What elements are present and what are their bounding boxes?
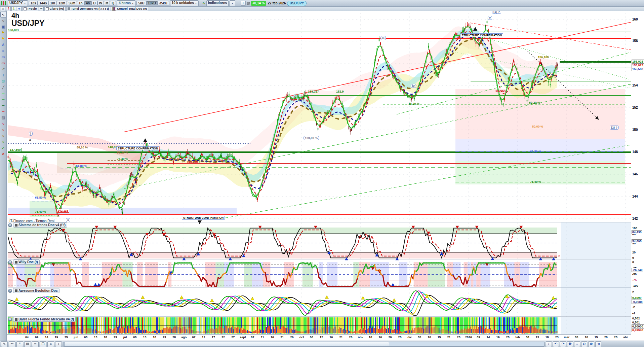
wave-label[interactable]: ii: [66, 218, 70, 222]
legend-item[interactable]: Precio: [22, 7, 38, 11]
timeframe-button-144s[interactable]: 144s: [38, 1, 48, 5]
multi-chart-icon[interactable]: ❏: [40, 341, 46, 347]
structure-confirmation-box[interactable]: STRUCTURE CONFIRMATION: [460, 33, 503, 37]
close-position-icon[interactable]: ⊗: [17, 7, 22, 11]
wave-label[interactable]: iv: [411, 84, 416, 88]
structure-confirmation-box[interactable]: STRUCTURE CONFIRMATION: [116, 146, 159, 150]
timeframe-button-12s[interactable]: 12s: [29, 1, 38, 5]
close-icon[interactable]: ✕: [8, 223, 12, 227]
sell-arrow-icon[interactable]: ↧: [6, 7, 11, 11]
text-tool-icon[interactable]: T: [0, 72, 6, 78]
indicators-caret-button[interactable]: ▼: [230, 0, 235, 6]
timeframe-button-D[interactable]: D: [91, 1, 97, 5]
ruler-tool-icon[interactable]: ▨: [0, 115, 6, 120]
timeframe-button-4h[interactable]: 4h: [84, 1, 92, 5]
wave-label[interactable]: 100,00 %: [304, 136, 319, 140]
wave-label[interactable]: iii: [380, 36, 386, 40]
collapse-icon[interactable]: «: [47, 341, 54, 347]
indicator-list-icon[interactable]: ≣: [32, 341, 39, 347]
close-icon[interactable]: ✕: [8, 260, 12, 264]
hline-light-green-tool-icon[interactable]: ─: [0, 91, 6, 96]
wave-label[interactable]: (2) ?: [610, 126, 619, 130]
redo-icon[interactable]: ↷: [560, 341, 566, 347]
symbol-dropdown[interactable]: USDJPY ▼: [8, 0, 28, 6]
volume-button-5kU[interactable]: 5kU: [136, 1, 146, 5]
hline-red-tool-icon[interactable]: ─: [0, 109, 6, 114]
info-button[interactable]: i: [241, 1, 246, 6]
panel-title[interactable]: Barra Fuerza Fondo Mercado v4 (f): [13, 317, 76, 322]
timeframe-button-12m[interactable]: 12m: [57, 1, 67, 5]
timeframe-button-M[interactable]: M: [104, 1, 110, 5]
confirm-tool-icon[interactable]: ✓: [0, 145, 6, 151]
collapse-panel-icon[interactable]: ∧: [1, 7, 5, 11]
volume-button-35kU[interactable]: 35kU: [158, 1, 169, 5]
cursor-tool-icon[interactable]: ↖: [0, 12, 6, 18]
zoom-area-tool-icon[interactable]: ▣: [0, 24, 6, 30]
chart-scrollbar-thumb[interactable]: [64, 342, 389, 346]
note-tool-icon[interactable]: ⊡: [0, 78, 6, 84]
legend-item[interactable]: Control Total Doc v.6: [111, 7, 148, 11]
draw-icon[interactable]: ✎: [1, 341, 8, 347]
zoom-in-icon[interactable]: ⊕: [588, 341, 594, 347]
alert-bell-tool-icon[interactable]: ⚑: [0, 36, 6, 42]
chat-icon[interactable]: ❞: [16, 341, 23, 347]
legend-item[interactable]: Cierre (W): [44, 7, 66, 11]
zoom-tool-icon[interactable]: ○: [0, 18, 6, 24]
panel-title[interactable]: Sistema de trenes Doc v4 (f f): [13, 222, 67, 228]
price-axis[interactable]: 160158156154152150148146144142156,028155…: [631, 11, 644, 341]
chart-area[interactable]: 4h USD/JPY IT-Finance.com - Tiempo Real …: [7, 11, 631, 341]
undo-icon[interactable]: ↶: [553, 341, 559, 347]
timeframe-button-1h[interactable]: 1h: [77, 1, 84, 5]
date-axis-tick: 05: [575, 336, 578, 339]
fibonacci-tool-icon[interactable]: A: [0, 42, 6, 48]
close-icon[interactable]: ✕: [8, 317, 12, 321]
structure-confirmation-box[interactable]: STRUCTURE CONFIRMATION: [182, 216, 225, 220]
units-dropdown[interactable]: 10 k unidades ▼: [170, 0, 199, 6]
ellipse-green-tool-icon[interactable]: ○: [0, 139, 6, 145]
zoom-range-icon[interactable]: ⇔: [574, 341, 580, 347]
price-chart-canvas[interactable]: [7, 11, 631, 341]
date-axis[interactable]: 0409141925jun08131823jul0813182328ago071…: [7, 334, 631, 341]
rect-blue-tool-icon[interactable]: ▭: [0, 54, 6, 60]
legend-checkbox[interactable]: [24, 7, 27, 10]
zoom-out-icon[interactable]: ⊖: [581, 341, 587, 347]
timeframe-button-56m[interactable]: 56m: [67, 1, 77, 5]
legend-item[interactable]: Tunel Domenec v4 (t t t t t): [66, 7, 110, 11]
symbol-badge[interactable]: USD/JPY: [287, 1, 307, 6]
rect-red-tool-icon[interactable]: ▭: [0, 60, 6, 66]
volume-button-10kU[interactable]: 10kU: [146, 1, 158, 5]
period-dropdown[interactable]: 4 horas ▼: [117, 0, 135, 6]
alert-pointer-tool-icon[interactable]: ⚑: [0, 30, 6, 36]
legend-checkbox[interactable]: [46, 7, 49, 10]
panel-title[interactable]: Awesome Evolution Doc: [13, 288, 59, 293]
price-level-label: 38,20 %: [408, 102, 419, 105]
levels-tool-icon[interactable]: ≡: [0, 48, 6, 54]
news-icon[interactable]: ▤: [24, 341, 31, 347]
panel-title[interactable]: Willy Doc (t): [13, 259, 40, 265]
indicators-button[interactable]: Indicadores: [206, 0, 229, 6]
segment-tool-icon[interactable]: ╱: [0, 84, 6, 90]
ellipse-red-tool-icon[interactable]: ○: [0, 127, 6, 133]
ellipse-brown-tool-icon[interactable]: ○: [0, 133, 6, 139]
wave-label[interactable]: i: [29, 132, 33, 136]
wave-label[interactable]: (1) ?: [492, 11, 501, 14]
close-icon[interactable]: ✕: [8, 289, 12, 293]
wave-tool-icon[interactable]: ∿: [0, 121, 6, 127]
hline-dark-green-tool-icon[interactable]: ─: [0, 103, 6, 108]
scroll-right-icon[interactable]: ›: [546, 341, 552, 347]
price-list-icon[interactable]: ≔: [39, 7, 44, 11]
arrow-tool-icon[interactable]: ↗: [0, 66, 6, 72]
wave-label[interactable]: v: [488, 16, 492, 20]
chart-settings-icon[interactable]: ⚒: [567, 341, 573, 347]
timeframe-button-W[interactable]: W: [97, 1, 104, 5]
scroll-left-icon[interactable]: ‹: [55, 341, 62, 347]
indicator-value-badge: -26,740: [632, 268, 643, 272]
delete-tool-icon[interactable]: ✕: [0, 151, 6, 157]
share-icon[interactable]: ⚯: [9, 341, 15, 347]
buy-arrow-icon[interactable]: ↥: [11, 7, 16, 11]
chart-scrollbar[interactable]: [63, 342, 545, 347]
timeframe-button-Q[interactable]: Q: [110, 1, 116, 5]
auto-scroll-icon[interactable]: ⇥: [595, 341, 601, 347]
timeframe-button-1m[interactable]: 1m: [49, 1, 57, 5]
hline-green-tool-icon[interactable]: ─: [0, 97, 6, 102]
